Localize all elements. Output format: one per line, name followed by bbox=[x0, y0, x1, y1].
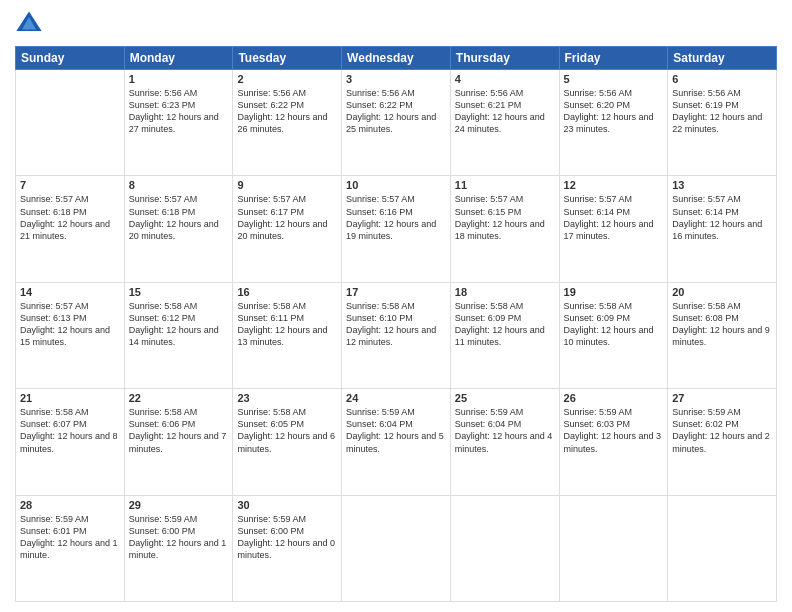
day-number: 22 bbox=[129, 392, 229, 404]
day-info: Sunrise: 5:58 AM Sunset: 6:05 PM Dayligh… bbox=[237, 406, 337, 455]
day-info: Sunrise: 5:56 AM Sunset: 6:23 PM Dayligh… bbox=[129, 87, 229, 136]
day-info: Sunrise: 5:57 AM Sunset: 6:14 PM Dayligh… bbox=[564, 193, 664, 242]
day-number: 27 bbox=[672, 392, 772, 404]
logo bbox=[15, 10, 47, 38]
week-row-0: 1Sunrise: 5:56 AM Sunset: 6:23 PM Daylig… bbox=[16, 70, 777, 176]
day-number: 18 bbox=[455, 286, 555, 298]
day-info: Sunrise: 5:58 AM Sunset: 6:11 PM Dayligh… bbox=[237, 300, 337, 349]
calendar-cell: 13Sunrise: 5:57 AM Sunset: 6:14 PM Dayli… bbox=[668, 176, 777, 282]
day-number: 5 bbox=[564, 73, 664, 85]
day-number: 21 bbox=[20, 392, 120, 404]
weekday-header-row: SundayMondayTuesdayWednesdayThursdayFrid… bbox=[16, 47, 777, 70]
weekday-header-wednesday: Wednesday bbox=[342, 47, 451, 70]
day-number: 1 bbox=[129, 73, 229, 85]
calendar-cell: 14Sunrise: 5:57 AM Sunset: 6:13 PM Dayli… bbox=[16, 282, 125, 388]
calendar-cell: 26Sunrise: 5:59 AM Sunset: 6:03 PM Dayli… bbox=[559, 389, 668, 495]
day-number: 24 bbox=[346, 392, 446, 404]
day-info: Sunrise: 5:58 AM Sunset: 6:10 PM Dayligh… bbox=[346, 300, 446, 349]
calendar-cell: 15Sunrise: 5:58 AM Sunset: 6:12 PM Dayli… bbox=[124, 282, 233, 388]
day-number: 30 bbox=[237, 499, 337, 511]
day-info: Sunrise: 5:56 AM Sunset: 6:19 PM Dayligh… bbox=[672, 87, 772, 136]
day-info: Sunrise: 5:59 AM Sunset: 6:02 PM Dayligh… bbox=[672, 406, 772, 455]
weekday-header-friday: Friday bbox=[559, 47, 668, 70]
day-number: 13 bbox=[672, 179, 772, 191]
day-number: 7 bbox=[20, 179, 120, 191]
day-number: 28 bbox=[20, 499, 120, 511]
day-info: Sunrise: 5:58 AM Sunset: 6:06 PM Dayligh… bbox=[129, 406, 229, 455]
day-number: 26 bbox=[564, 392, 664, 404]
calendar-cell: 2Sunrise: 5:56 AM Sunset: 6:22 PM Daylig… bbox=[233, 70, 342, 176]
calendar-cell: 4Sunrise: 5:56 AM Sunset: 6:21 PM Daylig… bbox=[450, 70, 559, 176]
calendar-cell: 1Sunrise: 5:56 AM Sunset: 6:23 PM Daylig… bbox=[124, 70, 233, 176]
day-number: 20 bbox=[672, 286, 772, 298]
calendar-cell: 29Sunrise: 5:59 AM Sunset: 6:00 PM Dayli… bbox=[124, 495, 233, 601]
day-number: 14 bbox=[20, 286, 120, 298]
calendar: SundayMondayTuesdayWednesdayThursdayFrid… bbox=[15, 46, 777, 602]
day-number: 12 bbox=[564, 179, 664, 191]
day-number: 11 bbox=[455, 179, 555, 191]
calendar-cell: 17Sunrise: 5:58 AM Sunset: 6:10 PM Dayli… bbox=[342, 282, 451, 388]
calendar-cell bbox=[450, 495, 559, 601]
calendar-cell: 16Sunrise: 5:58 AM Sunset: 6:11 PM Dayli… bbox=[233, 282, 342, 388]
day-info: Sunrise: 5:56 AM Sunset: 6:21 PM Dayligh… bbox=[455, 87, 555, 136]
day-info: Sunrise: 5:59 AM Sunset: 6:00 PM Dayligh… bbox=[237, 513, 337, 562]
calendar-cell: 6Sunrise: 5:56 AM Sunset: 6:19 PM Daylig… bbox=[668, 70, 777, 176]
day-info: Sunrise: 5:59 AM Sunset: 6:00 PM Dayligh… bbox=[129, 513, 229, 562]
day-info: Sunrise: 5:57 AM Sunset: 6:15 PM Dayligh… bbox=[455, 193, 555, 242]
day-number: 23 bbox=[237, 392, 337, 404]
weekday-header-sunday: Sunday bbox=[16, 47, 125, 70]
general-blue-icon bbox=[15, 10, 43, 38]
day-number: 29 bbox=[129, 499, 229, 511]
calendar-cell: 27Sunrise: 5:59 AM Sunset: 6:02 PM Dayli… bbox=[668, 389, 777, 495]
day-info: Sunrise: 5:58 AM Sunset: 6:07 PM Dayligh… bbox=[20, 406, 120, 455]
day-info: Sunrise: 5:56 AM Sunset: 6:22 PM Dayligh… bbox=[237, 87, 337, 136]
calendar-cell bbox=[342, 495, 451, 601]
day-info: Sunrise: 5:59 AM Sunset: 6:01 PM Dayligh… bbox=[20, 513, 120, 562]
day-number: 25 bbox=[455, 392, 555, 404]
week-row-1: 7Sunrise: 5:57 AM Sunset: 6:18 PM Daylig… bbox=[16, 176, 777, 282]
calendar-cell: 7Sunrise: 5:57 AM Sunset: 6:18 PM Daylig… bbox=[16, 176, 125, 282]
day-info: Sunrise: 5:58 AM Sunset: 6:09 PM Dayligh… bbox=[564, 300, 664, 349]
calendar-cell: 9Sunrise: 5:57 AM Sunset: 6:17 PM Daylig… bbox=[233, 176, 342, 282]
calendar-cell: 18Sunrise: 5:58 AM Sunset: 6:09 PM Dayli… bbox=[450, 282, 559, 388]
calendar-cell bbox=[16, 70, 125, 176]
day-number: 8 bbox=[129, 179, 229, 191]
day-number: 4 bbox=[455, 73, 555, 85]
calendar-cell: 19Sunrise: 5:58 AM Sunset: 6:09 PM Dayli… bbox=[559, 282, 668, 388]
day-number: 6 bbox=[672, 73, 772, 85]
calendar-cell: 8Sunrise: 5:57 AM Sunset: 6:18 PM Daylig… bbox=[124, 176, 233, 282]
day-info: Sunrise: 5:58 AM Sunset: 6:12 PM Dayligh… bbox=[129, 300, 229, 349]
calendar-cell: 23Sunrise: 5:58 AM Sunset: 6:05 PM Dayli… bbox=[233, 389, 342, 495]
calendar-cell bbox=[559, 495, 668, 601]
weekday-header-saturday: Saturday bbox=[668, 47, 777, 70]
day-info: Sunrise: 5:58 AM Sunset: 6:08 PM Dayligh… bbox=[672, 300, 772, 349]
weekday-header-thursday: Thursday bbox=[450, 47, 559, 70]
calendar-cell: 5Sunrise: 5:56 AM Sunset: 6:20 PM Daylig… bbox=[559, 70, 668, 176]
day-info: Sunrise: 5:59 AM Sunset: 6:04 PM Dayligh… bbox=[455, 406, 555, 455]
calendar-cell: 25Sunrise: 5:59 AM Sunset: 6:04 PM Dayli… bbox=[450, 389, 559, 495]
day-info: Sunrise: 5:59 AM Sunset: 6:04 PM Dayligh… bbox=[346, 406, 446, 455]
calendar-cell: 28Sunrise: 5:59 AM Sunset: 6:01 PM Dayli… bbox=[16, 495, 125, 601]
calendar-cell: 30Sunrise: 5:59 AM Sunset: 6:00 PM Dayli… bbox=[233, 495, 342, 601]
day-number: 2 bbox=[237, 73, 337, 85]
week-row-2: 14Sunrise: 5:57 AM Sunset: 6:13 PM Dayli… bbox=[16, 282, 777, 388]
day-number: 19 bbox=[564, 286, 664, 298]
day-number: 3 bbox=[346, 73, 446, 85]
day-info: Sunrise: 5:57 AM Sunset: 6:16 PM Dayligh… bbox=[346, 193, 446, 242]
calendar-cell: 20Sunrise: 5:58 AM Sunset: 6:08 PM Dayli… bbox=[668, 282, 777, 388]
header bbox=[15, 10, 777, 38]
day-info: Sunrise: 5:57 AM Sunset: 6:13 PM Dayligh… bbox=[20, 300, 120, 349]
calendar-cell: 24Sunrise: 5:59 AM Sunset: 6:04 PM Dayli… bbox=[342, 389, 451, 495]
calendar-cell bbox=[668, 495, 777, 601]
weekday-header-monday: Monday bbox=[124, 47, 233, 70]
day-info: Sunrise: 5:59 AM Sunset: 6:03 PM Dayligh… bbox=[564, 406, 664, 455]
day-info: Sunrise: 5:56 AM Sunset: 6:22 PM Dayligh… bbox=[346, 87, 446, 136]
day-number: 17 bbox=[346, 286, 446, 298]
week-row-3: 21Sunrise: 5:58 AM Sunset: 6:07 PM Dayli… bbox=[16, 389, 777, 495]
day-info: Sunrise: 5:57 AM Sunset: 6:14 PM Dayligh… bbox=[672, 193, 772, 242]
day-number: 16 bbox=[237, 286, 337, 298]
week-row-4: 28Sunrise: 5:59 AM Sunset: 6:01 PM Dayli… bbox=[16, 495, 777, 601]
calendar-cell: 22Sunrise: 5:58 AM Sunset: 6:06 PM Dayli… bbox=[124, 389, 233, 495]
weekday-header-tuesday: Tuesday bbox=[233, 47, 342, 70]
day-info: Sunrise: 5:57 AM Sunset: 6:18 PM Dayligh… bbox=[20, 193, 120, 242]
